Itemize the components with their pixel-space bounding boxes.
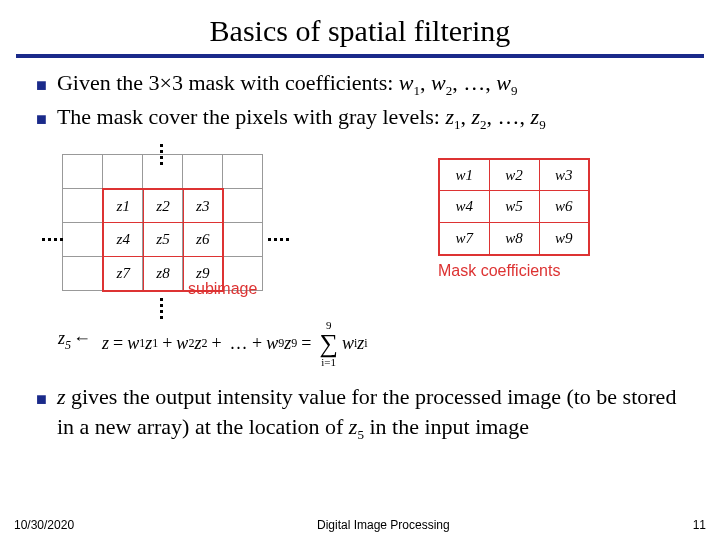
formula-lhs: z5← (58, 328, 93, 353)
title-rule (16, 54, 704, 58)
subimage-grid: z1z2z3 z4z5z6 z7z8z9 (102, 188, 224, 292)
bullet-list: ■ Given the 3×3 mask with coefficients: … (0, 68, 720, 134)
dots-top (160, 144, 163, 165)
cell-z1: z1 (103, 189, 143, 223)
diagram: z1z2z3 z4z5z6 z7z8z9 subimage w1w2w3 w4w… (0, 140, 720, 372)
cell-z2: z2 (143, 189, 183, 223)
cell-w7: w7 (439, 223, 489, 255)
bullet-2-text: The mask cover the pixels with gray leve… (57, 102, 546, 134)
bullet-1-text: Given the 3×3 mask with coefficients: w1… (57, 68, 518, 100)
cell-w5: w5 (489, 191, 539, 223)
formula: z= w1z1 + w2z2 + … + w9z9 = 9 ∑ i=1 wizi (102, 320, 368, 368)
cell-w1: w1 (439, 159, 489, 191)
bullet-3-text: z gives the output intensity value for t… (57, 382, 684, 444)
cell-w4: w4 (439, 191, 489, 223)
cell-w8: w8 (489, 223, 539, 255)
cell-w9: w9 (539, 223, 589, 255)
cell-z3: z3 (183, 189, 223, 223)
footer-page: 11 (693, 518, 706, 532)
footer-course: Digital Image Processing (317, 518, 450, 532)
cell-z8: z8 (143, 257, 183, 291)
cell-z4: z4 (103, 223, 143, 257)
cell-z5: z5 (143, 223, 183, 257)
sigma-icon: 9 ∑ i=1 (319, 320, 338, 368)
dots-bottom (160, 298, 163, 319)
slide-title: Basics of spatial filtering (0, 0, 720, 54)
footer-date: 10/30/2020 (14, 518, 74, 532)
image-grid: z1z2z3 z4z5z6 z7z8z9 (62, 154, 263, 291)
dots-right (268, 238, 289, 241)
cell-w3: w3 (539, 159, 589, 191)
cell-z7: z7 (103, 257, 143, 291)
footer: 10/30/2020 Digital Image Processing 11 (0, 518, 720, 532)
bullet-3: ■ z gives the output intensity value for… (36, 382, 684, 444)
bullet-icon: ■ (36, 73, 47, 97)
dots-left (42, 238, 63, 241)
bullet-1: ■ Given the 3×3 mask with coefficients: … (36, 68, 684, 100)
bullet-icon: ■ (36, 387, 47, 411)
mask-grid: w1w2w3 w4w5w6 w7w8w9 (438, 158, 590, 256)
bullet-icon: ■ (36, 107, 47, 131)
subimage-label: subimage (188, 280, 257, 298)
cell-w2: w2 (489, 159, 539, 191)
mask-label: Mask coefficients (438, 262, 560, 280)
cell-z6: z6 (183, 223, 223, 257)
bullet-2: ■ The mask cover the pixels with gray le… (36, 102, 684, 134)
cell-w6: w6 (539, 191, 589, 223)
bullet-3-block: ■ z gives the output intensity value for… (0, 372, 720, 444)
